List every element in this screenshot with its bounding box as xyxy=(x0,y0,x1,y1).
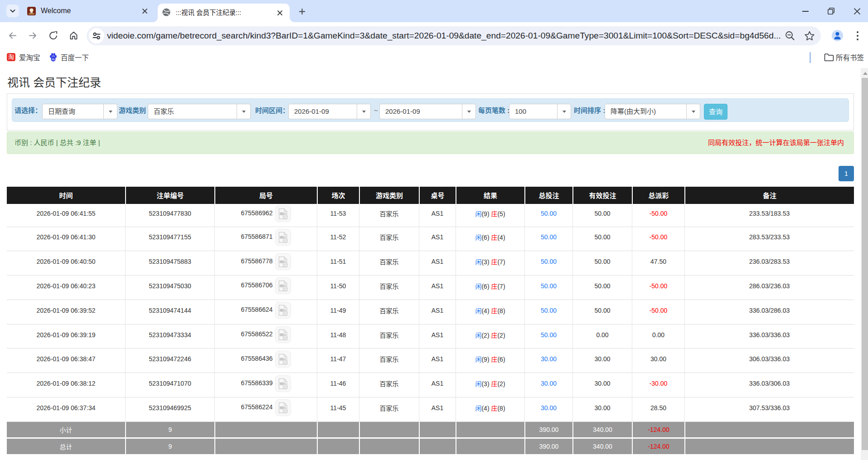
svg-text:du: du xyxy=(52,58,55,61)
